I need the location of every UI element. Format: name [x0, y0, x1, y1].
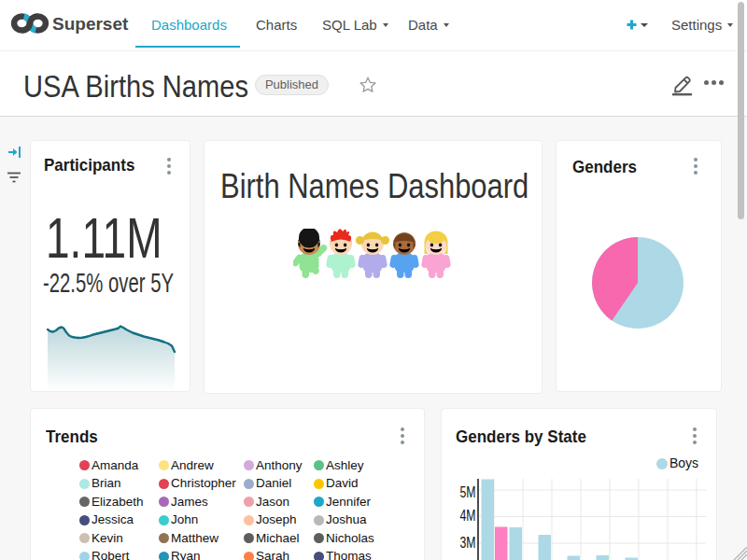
svg-text:5M: 5M [460, 483, 476, 501]
svg-text:4M: 4M [460, 507, 476, 525]
svg-text:3M: 3M [460, 534, 476, 552]
